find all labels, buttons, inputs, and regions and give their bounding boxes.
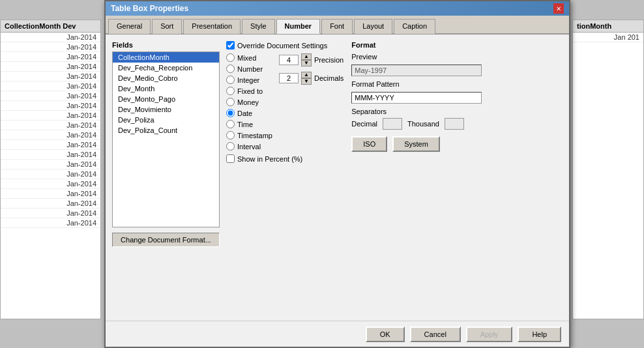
tab-caption[interactable]: Caption: [394, 19, 435, 34]
sheet-right-header: tionMonth: [573, 20, 643, 33]
sheet-row: Jan-2014: [1, 179, 100, 189]
cancel-button[interactable]: Cancel: [410, 326, 461, 342]
radio-time[interactable]: [226, 120, 235, 128]
radio-row-money: Money: [226, 98, 272, 106]
field-item[interactable]: CollectionMonth: [113, 52, 219, 63]
iso-system-row: ISO System: [351, 136, 563, 152]
format-label: Format: [351, 41, 563, 49]
radio-label: Date: [237, 109, 252, 117]
tab-presentation[interactable]: Presentation: [183, 19, 241, 34]
separators-section: Separators Decimal Thousand: [351, 108, 563, 130]
radio-label: Integer: [237, 76, 259, 84]
radio-fixed-to[interactable]: [226, 87, 235, 95]
radio-row-mixed: Mixed: [226, 53, 272, 62]
change-document-format-button[interactable]: Change Document Format...: [112, 233, 220, 247]
format-type-group: MixedNumberIntegerFixed toMoneyDateTimeT…: [226, 53, 272, 151]
fields-label: Fields: [112, 41, 220, 49]
ok-button[interactable]: OK: [366, 326, 405, 342]
radio-date[interactable]: [226, 109, 235, 117]
tab-layout[interactable]: Layout: [354, 19, 392, 34]
override-row: Override Document Settings: [226, 41, 344, 50]
sheet-row: Jan-2014: [1, 169, 100, 179]
separators-row: Decimal Thousand: [351, 118, 563, 130]
radio-row-interval: Interval: [226, 142, 272, 151]
dialog-titlebar: Table Box Properties ✕: [106, 1, 569, 16]
radio-integer[interactable]: [226, 76, 235, 84]
field-item[interactable]: Dev_Medio_Cobro: [113, 73, 219, 83]
decimals-spinner: ▲ ▼: [301, 72, 312, 85]
decimals-input[interactable]: [279, 73, 299, 83]
precision-down-button[interactable]: ▼: [301, 60, 312, 66]
thousand-input[interactable]: [445, 118, 464, 130]
sheet-row: Jan-2014: [1, 81, 100, 91]
decimals-label: Decimals: [314, 74, 344, 82]
field-item[interactable]: Dev_Fecha_Recepcion: [113, 63, 219, 73]
precision-up-button[interactable]: ▲: [301, 53, 312, 60]
field-item[interactable]: Dev_Monto_Pago: [113, 94, 219, 104]
sheet-row: Jan-2014: [1, 150, 100, 160]
sheet-row: Jan-2014: [1, 121, 100, 130]
precision-input[interactable]: [279, 55, 299, 65]
sheet-row: Jan-2014: [1, 209, 100, 218]
sheet-right-date: Jan 201: [573, 33, 643, 42]
iso-button[interactable]: ISO: [351, 136, 387, 152]
apply-button[interactable]: Apply: [466, 326, 513, 342]
system-button[interactable]: System: [392, 136, 440, 152]
field-item[interactable]: Dev_Poliza: [113, 115, 219, 125]
radio-row-time: Time: [226, 120, 272, 128]
sheet-row: Jan-2014: [1, 130, 100, 140]
right-content: Override Document Settings MixedNumberIn…: [226, 41, 563, 321]
decimal-input[interactable]: [383, 118, 402, 130]
sheet-left-header: CollectionMonth Dev: [1, 20, 100, 33]
tab-style[interactable]: Style: [242, 19, 274, 34]
show-percent-label: Show in Percent (%): [237, 155, 302, 163]
radio-row-timestamp: Timestamp: [226, 131, 272, 139]
field-item[interactable]: Dev_Movimiento: [113, 104, 219, 115]
show-percent-row: Show in Percent (%): [226, 154, 344, 163]
sheet-row: Jan-2014: [1, 33, 100, 42]
sheet-right: tionMonth Jan 201: [572, 20, 644, 319]
override-checkbox[interactable]: [226, 41, 235, 50]
radio-row-fixed-to: Fixed to: [226, 87, 272, 95]
format-right-panel: Format Preview Format Pattern Separators…: [351, 41, 563, 321]
field-item[interactable]: Dev_Month: [113, 83, 219, 94]
radio-label: Timestamp: [237, 132, 272, 139]
sheet-row: Jan-2014: [1, 72, 100, 81]
radio-timestamp[interactable]: [226, 131, 235, 139]
tab-number[interactable]: Number: [276, 19, 321, 34]
tab-general[interactable]: General: [108, 19, 151, 34]
decimals-up-button[interactable]: ▲: [301, 72, 312, 78]
radio-number[interactable]: [226, 65, 235, 73]
sheet-row: Jan-2014: [1, 189, 100, 199]
dialog-body: Fields CollectionMonthDev_Fecha_Recepcio…: [106, 35, 569, 328]
radio-label: Money: [237, 98, 259, 106]
show-percent-checkbox[interactable]: [226, 154, 235, 163]
decimals-down-button[interactable]: ▼: [301, 78, 312, 85]
radio-label: Number: [237, 65, 263, 73]
radio-row-date: Date: [226, 109, 272, 117]
close-button[interactable]: ✕: [553, 3, 564, 14]
sheet-row: Jan-2014: [1, 111, 100, 121]
separators-label: Separators: [351, 108, 563, 115]
fields-panel: Fields CollectionMonthDev_Fecha_Recepcio…: [112, 41, 220, 321]
tab-sort[interactable]: Sort: [152, 19, 182, 34]
thousand-label: Thousand: [407, 120, 439, 128]
radio-label: Interval: [237, 143, 261, 151]
preview-input: [351, 65, 482, 76]
sheet-row: Jan-2014: [1, 42, 100, 52]
radio-row-integer: Integer: [226, 76, 272, 84]
radio-money[interactable]: [226, 98, 235, 106]
radio-interval[interactable]: [226, 142, 235, 151]
fields-list[interactable]: CollectionMonthDev_Fecha_RecepcionDev_Me…: [112, 51, 220, 227]
radio-label: Time: [237, 121, 253, 128]
help-button[interactable]: Help: [518, 326, 561, 342]
field-item[interactable]: Dev_Poliza_Count: [113, 125, 219, 136]
decimal-label: Decimal: [351, 120, 377, 128]
radio-mixed[interactable]: [226, 53, 235, 62]
sheet-row: Jan-2014: [1, 101, 100, 111]
sheet-row: Jan-2014: [1, 160, 100, 169]
sheet-row: Jan-2014: [1, 199, 100, 209]
sheet-row: Jan-2014: [1, 140, 100, 150]
pattern-input[interactable]: [351, 92, 482, 104]
tab-font[interactable]: Font: [321, 19, 353, 34]
